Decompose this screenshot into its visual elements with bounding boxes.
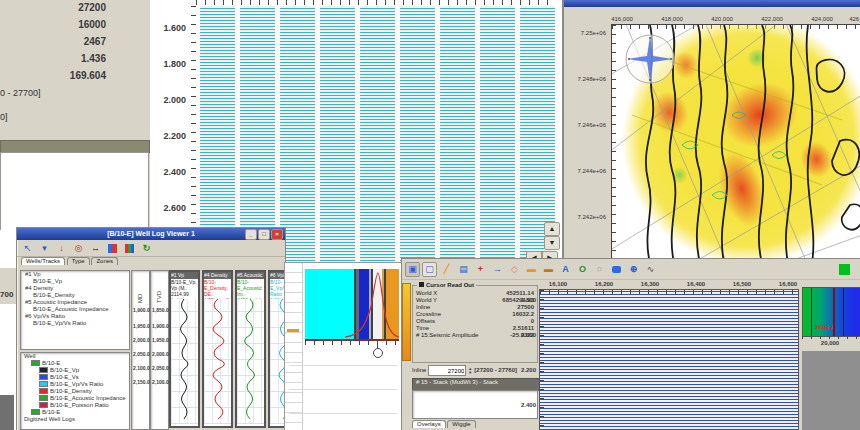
seismic-strip[interactable]	[400, 6, 435, 264]
tab-wells-tracks[interactable]: Wells/Tracks	[21, 257, 65, 265]
map-x-tick: 426,000	[845, 16, 860, 23]
target-dot-icon[interactable]: ◇	[507, 262, 522, 277]
bottom-seismic-plot[interactable]	[539, 289, 799, 430]
depth-value: 2,150.00	[132, 371, 149, 385]
map-x-tick: 420,000	[700, 16, 744, 23]
pencil-icon[interactable]: ╱	[439, 262, 454, 277]
seismic-strip[interactable]	[280, 6, 315, 264]
camera-icon[interactable]	[609, 262, 624, 277]
checkbox-icon[interactable]	[419, 282, 424, 287]
tree-child[interactable]: B/10-E_Vp/Vs Ratio	[21, 320, 129, 327]
scroll-down-button[interactable]: ▼	[544, 236, 560, 250]
track-plot[interactable]	[204, 299, 231, 424]
tree-group[interactable]: #5 Acoustic Impedance	[21, 299, 129, 306]
magnifier-icon[interactable]: ⊕	[626, 262, 641, 277]
wiggle-icon[interactable]: ∿	[643, 262, 658, 277]
colortable-panel	[284, 262, 402, 430]
well-log-titlebar[interactable]: [B/10-E] Well Log Viewer 1 _ □ ×	[17, 228, 285, 240]
close-button[interactable]: ×	[271, 229, 283, 240]
seismic-strip[interactable]	[320, 6, 355, 264]
readout-value: 2.51611	[513, 325, 534, 332]
depth-value: 1,950.00	[151, 329, 168, 343]
seismic-strip[interactable]	[440, 6, 475, 264]
tree-group[interactable]: #4 Density	[21, 285, 129, 292]
map-titlebar[interactable]	[564, 0, 860, 7]
map-plot[interactable]	[611, 24, 860, 264]
mini-list-selected[interactable]	[287, 329, 299, 332]
log-color-swatch	[39, 381, 48, 387]
dropdown-icon[interactable]: ▾	[37, 241, 52, 256]
log-track-impedance[interactable]: #5 Acoustic Impedance B/10-E_Acoustic Im…	[235, 270, 266, 428]
cursor-readout-title: Cursor Read Out	[417, 282, 476, 289]
readout-value: 27500	[517, 304, 534, 311]
log-track-density[interactable]: #4 Density B/10-E_Density, DE..1.95 g/cm…	[202, 270, 233, 428]
track-plot[interactable]	[171, 299, 198, 424]
crossline-colorbar[interactable]: 16032.2	[802, 287, 860, 337]
fit-width-icon[interactable]: ↔	[88, 241, 103, 256]
seismic-strip[interactable]	[200, 6, 235, 264]
well-node[interactable]: B/10-E	[21, 360, 129, 367]
select-mode-toggle[interactable]: ▣	[405, 262, 420, 277]
marker-icon[interactable]: ▬	[524, 262, 539, 277]
wells-root[interactable]: Well	[21, 353, 129, 360]
readout-value: 2467	[0, 36, 106, 47]
annotate-icon[interactable]: A	[558, 262, 573, 277]
tree-child[interactable]: B/10-E_Density	[21, 292, 129, 299]
image-icon[interactable]	[105, 241, 120, 256]
pan-mode-toggle[interactable]: ▢	[422, 262, 437, 277]
zoom-rect-icon[interactable]: ▤	[456, 262, 471, 277]
minimize-button[interactable]: _	[245, 229, 257, 240]
seismic-panels[interactable]	[200, 6, 556, 264]
refresh-icon[interactable]: ↻	[139, 241, 154, 256]
mini-list[interactable]	[285, 263, 303, 430]
green-swatch-icon[interactable]	[837, 262, 852, 277]
tab-wiggle[interactable]: Wiggle	[447, 420, 475, 428]
scroll-up-button[interactable]: ▲	[544, 222, 560, 236]
next-arrow-icon[interactable]: →	[490, 262, 505, 277]
log-item[interactable]: B/10-E_Vp	[21, 367, 129, 374]
log-track-vp[interactable]: #1 Vp B/10-E_Vp, Vp (M..2114.99 (m/s) 61…	[169, 270, 200, 428]
tree-child[interactable]: B/10-E_Acoustic Impedance	[21, 306, 129, 313]
seismic-strip[interactable]	[360, 6, 395, 264]
y-tick-label: 1.800	[152, 59, 186, 69]
pointer-icon[interactable]: ↖	[20, 241, 35, 256]
picker-icon[interactable]: ↓	[54, 241, 69, 256]
palette-icon[interactable]	[122, 241, 137, 256]
tab-zones[interactable]: Zones	[91, 257, 118, 265]
well-node-2[interactable]: B/10-E	[21, 409, 129, 416]
crosshair-icon[interactable]: +	[473, 262, 488, 277]
track-plot[interactable]	[237, 299, 264, 424]
tree-group[interactable]: #1 Vp	[21, 271, 129, 278]
maximize-button[interactable]: □	[258, 229, 270, 240]
log-item[interactable]: B/10-E_Density	[21, 388, 129, 395]
seismic-strip[interactable]	[240, 6, 275, 264]
histogram-box[interactable]	[305, 269, 399, 343]
tree-child[interactable]: B/10-E_Vp	[21, 278, 129, 285]
inline-spinner[interactable]: ▲▼	[468, 367, 472, 375]
bs-x-tick: 16,500	[724, 281, 760, 288]
readout-label: Offsets	[416, 318, 435, 325]
log-tracks: #1 Vp B/10-E_Vp, Vp (M..2114.99 (m/s) 61…	[169, 270, 283, 428]
log-item[interactable]: B/10-E_Vp/Vs Ratio	[21, 381, 129, 388]
tree-group[interactable]: #6 Vp/Vs Ratio	[21, 313, 129, 320]
readout-value: 1.436	[0, 53, 106, 64]
colorbar-marker[interactable]	[833, 288, 835, 336]
histogram-slider-handle[interactable]	[373, 348, 383, 358]
target-icon[interactable]: ◎	[71, 241, 86, 256]
log-item[interactable]: B/10-E_Vs	[21, 374, 129, 381]
circle-gray-icon[interactable]: ○	[592, 262, 607, 277]
left-sliver-beige: 700	[0, 268, 16, 304]
viewer-tabs: Overlays Wiggle	[412, 420, 476, 428]
vertical-accent-bar[interactable]	[402, 283, 411, 361]
tab-overlays[interactable]: Overlays	[412, 420, 446, 428]
seismic-strip[interactable]	[480, 6, 515, 264]
panel-white-box[interactable]	[0, 152, 149, 232]
log-item[interactable]: B/10-E_Acoustic Impedance	[21, 395, 129, 402]
marker2-icon[interactable]: ▬	[541, 262, 556, 277]
circle-green-icon[interactable]: O	[575, 262, 590, 277]
tab-type[interactable]: Type	[67, 257, 90, 265]
log-item[interactable]: B/10-E_Poisson Ratio	[21, 402, 129, 409]
desktop-dark-corner	[0, 395, 14, 430]
inline-input[interactable]	[428, 365, 466, 376]
y-tick-label: 2.000	[152, 95, 186, 105]
